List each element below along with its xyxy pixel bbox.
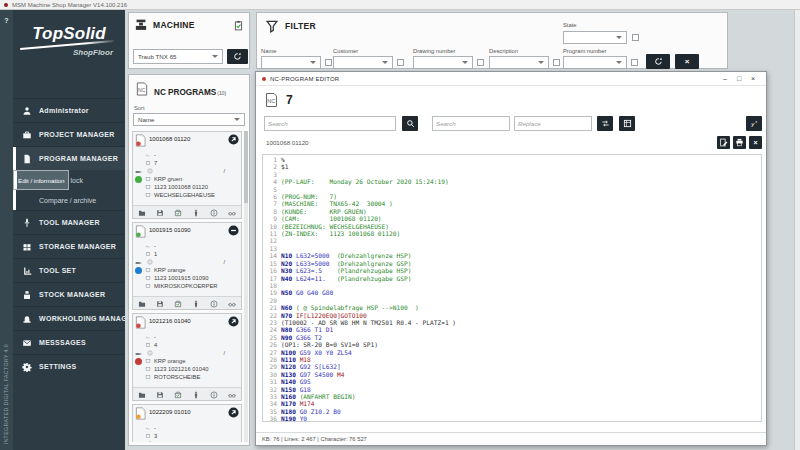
- filter-select-name[interactable]: [261, 56, 321, 69]
- filter-select-program-number[interactable]: [563, 56, 627, 69]
- editor-titlebar[interactable]: NC-PROGRAM EDITOR – □ ×: [256, 72, 766, 86]
- find-input[interactable]: [432, 116, 510, 131]
- sidebar-item-messsages[interactable]: MESSSAGES: [13, 330, 125, 354]
- close-button[interactable]: ×: [746, 75, 760, 82]
- info-button[interactable]: [210, 294, 218, 312]
- program-id: 1022209 01010: [149, 409, 191, 415]
- storage-icon: [22, 242, 32, 252]
- info-button[interactable]: [210, 203, 218, 221]
- machine-select[interactable]: Traub TNX 65: [133, 49, 223, 64]
- floppy-button[interactable]: [156, 294, 164, 312]
- sidebar-item-settings[interactable]: SETTINGS: [13, 354, 125, 378]
- minimize-button[interactable]: –: [718, 75, 732, 82]
- tag-icon: [145, 374, 151, 380]
- filter-checkbox-description[interactable]: [553, 59, 560, 66]
- line-number: 32: [263, 386, 277, 393]
- infosm-icon: [147, 350, 153, 356]
- sidebar-subitem-compare-archive[interactable]: Compare / archive: [13, 190, 125, 210]
- close-document-button[interactable]: ×: [749, 136, 762, 149]
- glasses-button[interactable]: [228, 385, 236, 403]
- machine-refresh-button[interactable]: [227, 49, 248, 64]
- transfer-icon[interactable]: [228, 407, 239, 418]
- filter-checkbox-state[interactable]: [632, 34, 639, 41]
- scrollbar-thumb[interactable]: [244, 131, 248, 203]
- sidebar-item-workholding-manager[interactable]: WORKHOLDING MANAGER: [13, 306, 125, 330]
- boxcheck-button[interactable]: [174, 294, 182, 312]
- clipboard-check-icon[interactable]: [233, 17, 244, 29]
- filter-checkbox-name[interactable]: [325, 59, 332, 66]
- filter-label-customer: Customer: [333, 48, 358, 54]
- floppy-button[interactable]: [156, 385, 164, 403]
- sidebar-item-tool-manager[interactable]: TOOL MANAGER: [13, 210, 125, 234]
- code-line: 1%: [263, 156, 761, 163]
- torch-button[interactable]: [192, 294, 200, 312]
- sidebar-item-storage-manager[interactable]: STORAGE MANAGER: [13, 234, 125, 258]
- boxcheck-button[interactable]: [174, 203, 182, 221]
- program-card[interactable]: 1022209 01010 - 3 / KRP gruen: [132, 404, 242, 442]
- programs-scrollbar[interactable]: [244, 131, 248, 442]
- torch-button[interactable]: [192, 385, 200, 403]
- sidebar-item-project-manager[interactable]: PROJECT MANAGER: [13, 122, 125, 146]
- filter-select-drawing-number[interactable]: [413, 56, 473, 69]
- plug-icon: [135, 259, 143, 267]
- svg-text:y: y: [750, 121, 755, 127]
- sig-icon: [145, 334, 151, 340]
- filter-checkbox-program-number[interactable]: [631, 59, 638, 66]
- search-input[interactable]: [264, 116, 396, 131]
- replace-all-button[interactable]: [619, 116, 635, 131]
- card-number: 4: [154, 342, 157, 348]
- print-button[interactable]: [733, 136, 746, 149]
- app-icon: [4, 3, 8, 7]
- folder-button[interactable]: [138, 385, 146, 403]
- code-line: 28N110 M18: [263, 356, 761, 363]
- code-editor[interactable]: 1%2$134(PP-LAUF: Monday 26 October 2020 …: [262, 154, 762, 422]
- sidebar-item-label: STORAGE MANAGER: [39, 243, 116, 250]
- variables-button[interactable]: yx: [746, 116, 762, 131]
- sidebar-item-program-manager[interactable]: PROGRAM MANAGER: [13, 146, 125, 170]
- code-line: 35N180 G0 Z10.2 B0: [263, 408, 761, 415]
- program-card[interactable]: 1001915 01090 - 1 / KRP orange 1123 1001…: [132, 222, 242, 310]
- card-operator: -: [154, 152, 156, 158]
- filter-clear-button[interactable]: ×: [675, 54, 699, 69]
- sidebar-item-tool-set[interactable]: TOOL SET: [13, 258, 125, 282]
- filter-checkbox-customer[interactable]: [397, 59, 404, 66]
- status-dot: [135, 267, 142, 274]
- info-button[interactable]: [210, 385, 218, 403]
- card-index: 1123 1021216 01040: [154, 366, 208, 372]
- torch-button[interactable]: [192, 203, 200, 221]
- filter-label-name: Name: [261, 48, 276, 54]
- sig-icon: [145, 243, 151, 249]
- filter-select-customer[interactable]: [333, 56, 393, 69]
- sidebar-nav: AdministratorPROJECT MANAGERPROGRAM MANA…: [13, 98, 125, 378]
- printer-icon: [735, 138, 744, 147]
- search-button[interactable]: [402, 116, 418, 131]
- folder-button[interactable]: [138, 203, 146, 221]
- floppy-button[interactable]: [156, 203, 164, 221]
- sidebar-item-stock-manager[interactable]: STOCK MANAGER: [13, 282, 125, 306]
- sig-icon: [145, 425, 151, 431]
- help-button[interactable]: ?: [0, 17, 13, 24]
- hold-icon[interactable]: [228, 225, 239, 236]
- filter-checkbox-drawing-number[interactable]: [477, 59, 484, 66]
- program-card[interactable]: 1021216 01040 - 4 / KRP orange 1123 1021…: [132, 313, 242, 401]
- glasses-button[interactable]: [228, 294, 236, 312]
- program-card[interactable]: 1001068 01120 - 7 / KRP gruen 1123 10010…: [132, 131, 242, 219]
- replace-button[interactable]: [597, 116, 613, 131]
- sidebar-subitem-edit-information[interactable]: Edit / information: [13, 170, 69, 190]
- sidebar-item-administrator[interactable]: Administrator: [13, 98, 125, 122]
- transfer-icon[interactable]: [228, 134, 239, 145]
- sort-select[interactable]: Name: [133, 113, 245, 126]
- transfer-icon[interactable]: [228, 316, 239, 327]
- boxcheck-button[interactable]: [174, 385, 182, 403]
- chevron-down-icon: [382, 61, 388, 64]
- briefcase-icon: [22, 130, 32, 140]
- filter-select-description[interactable]: [489, 56, 549, 69]
- filter-select-state[interactable]: [563, 31, 627, 44]
- card-number: 3: [154, 433, 157, 439]
- edit-button[interactable]: [717, 136, 730, 149]
- glasses-button[interactable]: [228, 203, 236, 221]
- maximize-button[interactable]: □: [732, 75, 746, 82]
- folder-button[interactable]: [138, 294, 146, 312]
- replace-input[interactable]: [514, 116, 592, 131]
- filter-refresh-button[interactable]: [646, 54, 670, 69]
